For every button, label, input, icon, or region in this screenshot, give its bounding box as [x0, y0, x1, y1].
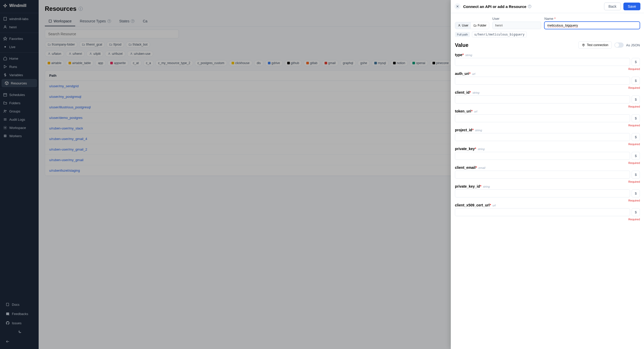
required-message: Required [455, 86, 640, 89]
field-type: string [483, 185, 490, 188]
field-auth_uri: auth_uri*url$Required [455, 72, 640, 89]
form-fields: type*string$Requiredauth_uri*url$Require… [455, 53, 640, 221]
field-client_email: client_email*email$Required [455, 165, 640, 183]
field-private_key_id: private_key_id*string$Required [455, 184, 640, 202]
required-message: Required [455, 199, 640, 202]
field-project_id: project_id*string$Required [455, 128, 640, 146]
variable-picker-button[interactable]: $ [632, 189, 640, 197]
field-input-private_key_id[interactable] [455, 189, 630, 197]
field-type: url [493, 204, 496, 207]
as-json-label: As JSON [626, 43, 640, 47]
required-message: Required [455, 218, 640, 221]
svg-point-30 [459, 24, 460, 25]
variable-picker-button[interactable]: $ [632, 152, 640, 160]
field-type: string [472, 91, 479, 94]
variable-picker-button[interactable]: $ [632, 95, 640, 103]
scope-user-button[interactable]: User [455, 22, 471, 29]
user-field: User [492, 17, 541, 29]
required-message: Required [455, 124, 640, 127]
resource-drawer: Connect an API or add a Resource Back Sa… [451, 0, 644, 349]
close-button[interactable] [454, 3, 461, 10]
field-type: string [475, 129, 482, 132]
field-label: client_id* [455, 90, 471, 94]
field-label: private_key* [455, 147, 476, 151]
variable-picker-button[interactable]: $ [632, 133, 640, 141]
as-json-toggle[interactable] [614, 42, 624, 48]
user-input[interactable] [492, 22, 541, 29]
field-type: type*string$Required [455, 53, 640, 71]
path-scope-toggle: User Folder [455, 22, 489, 29]
field-input-type[interactable] [455, 58, 630, 66]
field-label: client_x509_cert_url* [455, 203, 491, 207]
name-input[interactable] [544, 22, 640, 29]
field-input-auth_uri[interactable] [455, 77, 630, 85]
name-label: Name * [544, 17, 640, 21]
field-input-token_uri[interactable] [455, 114, 630, 122]
field-label: type* [455, 53, 464, 57]
variable-picker-button[interactable]: $ [632, 171, 640, 179]
field-client_x509_cert_url: client_x509_cert_url*url$Required [455, 203, 640, 221]
full-path-value: u/henri/meticulous_bigquery [472, 32, 527, 37]
field-type: url [474, 110, 477, 113]
field-input-project_id[interactable] [455, 133, 630, 141]
field-label: client_email* [455, 165, 477, 170]
variable-picker-button[interactable]: $ [632, 58, 640, 66]
name-field: Name * [544, 17, 640, 29]
scope-folder-button[interactable]: Folder [471, 22, 489, 29]
field-label: project_id* [455, 128, 473, 132]
field-input-private_key[interactable] [455, 152, 630, 160]
plug-icon [582, 43, 585, 47]
field-type: string [465, 54, 472, 57]
drawer-body: User Folder User Name * Full path u/henr… [451, 13, 644, 349]
field-input-client_x509_cert_url[interactable] [455, 208, 630, 216]
close-icon [456, 5, 459, 8]
full-path-label: Full path [455, 32, 470, 37]
svg-point-29 [530, 6, 530, 6]
required-message: Required [455, 105, 640, 108]
info-icon[interactable] [528, 5, 531, 8]
field-client_id: client_id*string$Required [455, 90, 640, 108]
field-type: email [479, 166, 485, 169]
variable-picker-button[interactable]: $ [632, 77, 640, 85]
required-message: Required [455, 161, 640, 164]
field-type: string [478, 147, 485, 151]
variable-picker-button[interactable]: $ [632, 208, 640, 216]
folder-icon [473, 24, 477, 27]
drawer-title: Connect an API or add a Resource [463, 4, 601, 9]
field-private_key: private_key*string$Required [455, 147, 640, 164]
field-token_uri: token_uri*url$Required [455, 109, 640, 127]
variable-picker-button[interactable]: $ [632, 114, 640, 122]
field-label: token_uri* [455, 109, 472, 113]
required-message: Required [455, 67, 640, 71]
user-label: User [492, 17, 541, 21]
test-connection-button[interactable]: Test connection [578, 41, 612, 49]
save-button[interactable]: Save [623, 3, 640, 10]
value-heading: Value [455, 42, 468, 48]
field-label: private_key_id* [455, 184, 481, 188]
drawer-header: Connect an API or add a Resource Back Sa… [451, 0, 644, 13]
field-type: url [472, 72, 475, 75]
required-message: Required [455, 143, 640, 146]
field-input-client_email[interactable] [455, 171, 630, 179]
user-icon [458, 24, 461, 27]
field-label: auth_uri* [455, 72, 471, 76]
required-message: Required [455, 180, 640, 183]
back-button[interactable]: Back [604, 3, 621, 10]
field-input-client_id[interactable] [455, 95, 630, 103]
